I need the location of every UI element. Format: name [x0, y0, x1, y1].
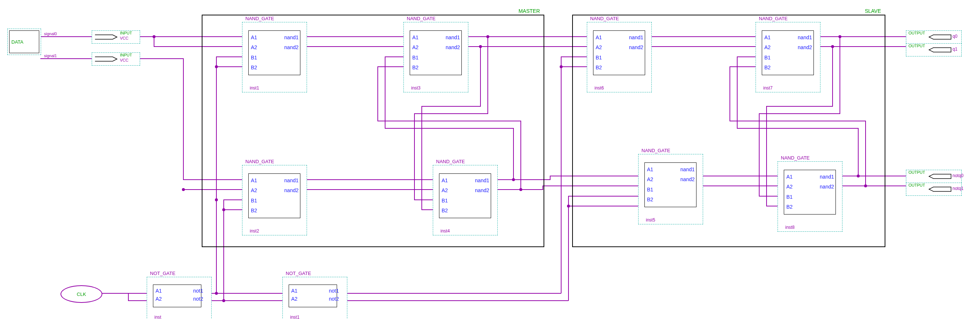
- output-label: OUTPUT: [908, 183, 925, 187]
- svg-point-7: [222, 299, 225, 302]
- gate-title: NAND_GATE: [759, 16, 788, 21]
- output-name: q1: [953, 46, 957, 52]
- gate-title: NAND_GATE: [781, 155, 810, 160]
- nand-gate-inst5: NAND_GATE A1nand1 A2nand2 B1 B2 inst5: [638, 154, 703, 224]
- nand-gate-inst2: NAND_GATE A1nand1 A2nand2 B1 B2 inst2: [242, 165, 307, 235]
- svg-point-9: [567, 205, 570, 208]
- vcc-label: VCC: [120, 58, 128, 62]
- nand-gate-inst4: NAND_GATE A1nand1 A2nand2 B1 B2 inst4: [433, 165, 498, 235]
- clk-source: CLK: [60, 285, 102, 303]
- output-pin-notq1: OUTPUT notq1: [906, 183, 962, 196]
- nand-gate-inst6: NAND_GATE A1nand1 A2nand2 B1 B2 inst6: [587, 22, 652, 92]
- instance-label: inst2: [250, 229, 259, 233]
- data-label: DATA: [11, 39, 24, 45]
- instance-label: inst6: [595, 86, 604, 90]
- svg-point-8: [560, 65, 563, 68]
- gate-title: NAND_GATE: [245, 159, 274, 164]
- output-pin-q0: OUTPUT q0: [906, 30, 962, 44]
- input-label: INPUT: [120, 53, 132, 57]
- nand-gate-inst3: NAND_GATE A1nand1 A2nand2 B1 B2 inst3: [403, 22, 468, 92]
- output-name: notq1: [953, 186, 964, 191]
- gate-title: NAND_GATE: [407, 16, 436, 21]
- schematic-canvas: DATA signal0 signal1 INPUT VCC INPUT VCC…: [0, 0, 980, 319]
- nand-gate-inst8: NAND_GATE A1nand1 A2nand2 B1 B2 inst8: [778, 161, 842, 232]
- instance-label: inst8: [785, 225, 794, 230]
- gate-title: NAND_GATE: [641, 148, 670, 153]
- nand-gate-inst7: NAND_GATE A1nand1 A2nand2 B1 B2 inst7: [756, 22, 821, 92]
- gate-title: NAND_GATE: [590, 16, 619, 21]
- input-pin-signal1: INPUT VCC: [92, 52, 140, 66]
- output-label: OUTPUT: [908, 44, 925, 48]
- svg-point-4: [215, 292, 218, 295]
- gate-title: NAND_GATE: [245, 16, 274, 21]
- svg-point-1: [153, 35, 156, 38]
- svg-point-0: [182, 188, 185, 191]
- instance-label: inst: [154, 314, 161, 319]
- not-gate-inst: NOT_GATE A1 not1 A2 not2 inst: [147, 277, 212, 319]
- output-label: OUTPUT: [908, 170, 925, 175]
- signal1-label: signal1: [44, 54, 57, 58]
- input-label: INPUT: [120, 31, 132, 35]
- instance-label: inst4: [441, 229, 450, 233]
- master-label: MASTER: [519, 8, 540, 14]
- output-pin-q1: OUTPUT q1: [906, 43, 962, 57]
- instance-label: inst5: [646, 217, 655, 222]
- output-name: notq0: [953, 173, 964, 178]
- clk-label: CLK: [76, 292, 86, 297]
- signal0-label: signal0: [44, 32, 57, 36]
- gate-title: NAND_GATE: [436, 159, 465, 164]
- input-pin-signal0: INPUT VCC: [92, 30, 140, 44]
- slave-label: SLAVE: [865, 8, 881, 14]
- not-gate-inst1: NOT_GATE A1 not1 A2 not2 inst1: [282, 277, 347, 319]
- data-source-block: DATA: [7, 29, 41, 55]
- output-name: q0: [953, 34, 957, 39]
- instance-label: inst1: [250, 86, 259, 90]
- gate-title: NOT_GATE: [150, 271, 175, 276]
- instance-label: inst3: [411, 86, 420, 90]
- gate-title: NOT_GATE: [286, 271, 311, 276]
- instance-label: inst7: [763, 86, 772, 90]
- output-pin-notq0: OUTPUT notq0: [906, 170, 962, 183]
- vcc-label: VCC: [120, 36, 128, 40]
- nand-gate-inst1: NAND_GATE A1nand1 A2nand2 B1 B2 inst1: [242, 22, 307, 92]
- instance-label: inst1: [290, 314, 299, 319]
- output-label: OUTPUT: [908, 31, 925, 35]
